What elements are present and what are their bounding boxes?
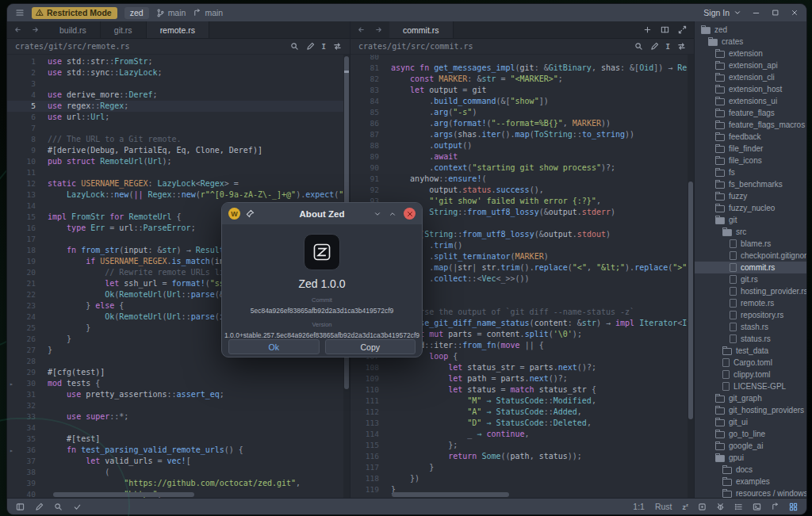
tree-item-test-data[interactable]: test_data (695, 345, 806, 357)
tree-item-file-finder[interactable]: file_finder (695, 143, 806, 155)
tree-item-git-ui[interactable]: git_ui (695, 416, 806, 428)
tree-item-fuzzy[interactable]: fuzzy (695, 190, 806, 202)
tree-item-google-ai[interactable]: google_ai (695, 440, 806, 452)
code-line[interactable]: 34 (7, 422, 343, 434)
copy-button[interactable]: Copy (325, 339, 416, 354)
close-button[interactable] (791, 9, 799, 17)
deploy-icon[interactable] (771, 503, 779, 511)
code-line[interactable]: 83 let output = git (350, 85, 688, 96)
tree-item-Cargo.toml[interactable]: Cargo.toml (695, 357, 806, 369)
tree-item-zed[interactable]: zed (695, 24, 806, 36)
inlay-icon[interactable]: I (322, 43, 326, 51)
cursor-position[interactable]: 1:1 (633, 502, 645, 511)
code-line[interactable]: 109 let path = parts.next()?; (350, 373, 688, 384)
edit-icon[interactable] (650, 42, 659, 51)
code-line[interactable]: 82 const MARKER: &str = "<MARKER>"; (350, 74, 688, 85)
code-line[interactable]: 2use std::sync::LazyLock; (7, 67, 343, 78)
split-pane-icon[interactable] (661, 25, 669, 34)
nav-forward-icon[interactable] (31, 25, 40, 34)
scrollbar-horizontal[interactable] (53, 492, 194, 497)
nav-back-icon[interactable] (357, 25, 366, 34)
inlay-icon[interactable]: I (666, 43, 670, 51)
tree-item-git.rs[interactable]: git.rs (695, 273, 806, 285)
tree-item-feature-flags-macros[interactable]: feature_flags_macros (695, 119, 806, 131)
dialog-header[interactable]: W About Zed (222, 203, 422, 224)
tree-item-extension-cli[interactable]: extension_cli (695, 71, 806, 83)
tree-item-extension[interactable]: extension (695, 48, 806, 59)
code-line[interactable]: 108 let status_str = parts.next()?; (350, 362, 688, 373)
project-name-button[interactable]: zed (124, 7, 149, 19)
tab-remote.rs[interactable]: remote.rs (147, 21, 209, 38)
code-line[interactable]: 37 let valid_urls = vec![ (7, 456, 343, 467)
code-line[interactable]: 9#[derive(Debug, PartialEq, Eq, Clone, D… (7, 145, 343, 156)
code-line[interactable]: 111 "M" ⇒ StatusCode::Modified, (350, 396, 688, 407)
tree-item-examples[interactable]: examples (695, 476, 806, 487)
code-line[interactable]: 88 .output() (350, 140, 688, 151)
code-line[interactable]: 35 #[test] (7, 434, 343, 445)
new-tab-icon[interactable] (643, 25, 652, 34)
tree-item-blame.rs[interactable]: blame.rs (695, 238, 806, 250)
maximize-button[interactable] (772, 9, 779, 17)
tree-item-file-icons[interactable]: file_icons (695, 155, 806, 166)
tree-item-git[interactable]: git (695, 214, 806, 226)
code-line[interactable]: 92 output.status.success(), (350, 185, 688, 196)
tree-item-extension-api[interactable]: extension_api (695, 59, 806, 71)
git-branch-button[interactable]: main (156, 8, 186, 17)
tree-item-crates[interactable]: crates (695, 36, 806, 48)
tree-item-resources-windows[interactable]: resources / windows (695, 487, 806, 498)
tab-build.rs[interactable]: build.rs (46, 21, 101, 38)
code-line[interactable]: 116 return Some((path, status)); (350, 451, 688, 462)
tree-item-extension-host[interactable]: extension_host (695, 83, 806, 95)
nav-forward-icon[interactable] (374, 25, 383, 34)
code-line[interactable]: 6use url::Url; (7, 112, 343, 123)
tree-item-fs-benchmarks[interactable]: fs_benchmarks (695, 178, 806, 190)
tree-item-LICENSE-GPL[interactable]: LICENSE-GPL (695, 380, 806, 392)
code-line[interactable]: 31 use pretty_assertions::assert_eq; (7, 389, 343, 400)
code-line[interactable]: 117 } (350, 462, 688, 473)
tree-item-hosting-provider.rs[interactable]: hosting_provider.rs (695, 285, 806, 297)
tree-item-commit.rs[interactable]: commit.rs (695, 262, 806, 273)
tree-item-repository.rs[interactable]: repository.rs (695, 309, 806, 321)
fold-marker-icon[interactable]: ▸ (10, 445, 13, 457)
app-menu-icon[interactable] (15, 8, 25, 17)
breadcrumb[interactable]: crates/git/src/commit.rs (358, 42, 473, 51)
chevron-up-icon[interactable] (389, 210, 396, 218)
remote-branch-button[interactable]: main (193, 8, 223, 17)
search-icon[interactable] (54, 503, 63, 511)
sign-in-button[interactable]: Sign In (703, 8, 741, 17)
code-line[interactable]: 38 ( (7, 467, 343, 478)
terminal-icon[interactable] (753, 503, 761, 511)
code-line[interactable]: 7 (7, 123, 343, 134)
assistant-icon[interactable] (789, 503, 798, 511)
scrollbar-horizontal[interactable] (392, 492, 509, 497)
nav-back-icon[interactable] (13, 25, 22, 34)
code-line[interactable]: 89 .await (350, 151, 688, 162)
code-line[interactable]: 85 .arg("-s") (350, 107, 688, 118)
tree-item-fs[interactable]: fs (695, 166, 806, 178)
code-line[interactable]: 5use regex::Regex; (7, 101, 343, 112)
code-line[interactable]: 84 .build_command(&["show"]) (350, 96, 688, 107)
code-line[interactable]: 114 _ ⇒ continue, (350, 429, 688, 440)
minimize-button[interactable] (752, 9, 760, 17)
diagnostics-icon[interactable] (716, 503, 725, 511)
restricted-mode-badge[interactable]: Restricted Mode (32, 7, 117, 19)
tree-item-fuzzy-nucleo[interactable]: fuzzy_nucleo (695, 202, 806, 214)
buffer-search-icon[interactable] (290, 42, 299, 51)
fold-marker-icon[interactable]: ▸ (10, 379, 13, 390)
buffer-search-icon[interactable] (634, 42, 643, 51)
code-line[interactable]: 87 .args(shas.iter().map(ToString::to_st… (350, 129, 688, 140)
outline-icon[interactable] (734, 503, 743, 511)
tab-git.rs[interactable]: git.rs (101, 21, 147, 38)
code-line[interactable]: 90 .context("starting git show process")… (350, 162, 688, 174)
screen-icon[interactable] (698, 503, 707, 511)
code-line[interactable]: 112 "A" ⇒ StatusCode::Added, (350, 407, 688, 418)
code-line[interactable]: 91 anyhow::ensure!( (350, 174, 688, 185)
project-panel-toggle-icon[interactable] (16, 503, 25, 511)
dialog-close-button[interactable] (404, 208, 416, 220)
code-line[interactable]: 33 use super::*; (7, 411, 343, 422)
expand-pane-icon[interactable] (678, 25, 687, 34)
tree-item-status.rs[interactable]: status.rs (695, 333, 806, 345)
code-line[interactable]: 86 .arg(format!("--format=%B{}", MARKER)… (350, 118, 688, 129)
breadcrumb[interactable]: crates/git/src/remote.rs (15, 42, 130, 51)
tab-commit.rs[interactable]: commit.rs (389, 21, 454, 38)
